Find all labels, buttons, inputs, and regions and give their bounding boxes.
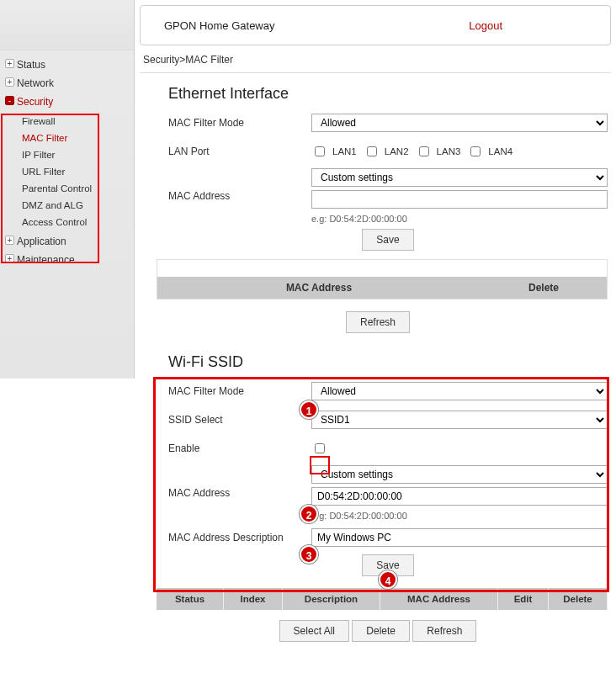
wifi-mode-label: MAC Filter Mode (168, 385, 311, 397)
eth-mac-table: MAC Address Delete (157, 259, 608, 299)
wifi-ssid-label: SSID Select (168, 414, 311, 426)
wifi-save-button[interactable]: Save (362, 554, 413, 576)
lan4-checkbox[interactable] (470, 146, 481, 156)
lan2-checkbox[interactable] (367, 146, 377, 156)
eth-mac-input[interactable] (311, 190, 608, 209)
wifi-ssid-select[interactable]: SSID1 (311, 411, 608, 429)
ethernet-section-title: Ethernet Interface (168, 85, 616, 103)
wifi-mode-select[interactable]: Allowed (311, 382, 608, 400)
sidebar-item-maintenance[interactable]: + Maintenance (3, 251, 134, 269)
wifi-desc-label: MAC Address Description (168, 532, 311, 543)
expand-icon: + (5, 77, 14, 87)
sidebar-item-url-filter[interactable]: URL Filter (12, 163, 134, 180)
sidebar-item-network[interactable]: + Network (3, 74, 134, 93)
sidebar-item-ip-filter[interactable]: IP Filter (12, 146, 134, 163)
wifi-refresh-button[interactable]: Refresh (412, 620, 476, 642)
eth-mode-label: MAC Filter Mode (168, 117, 311, 129)
eth-mac-hint: e.g: D0:54:2D:00:00:00 (311, 214, 608, 224)
wifi-form: MAC Filter Mode Allowed SSID Select SSID… (168, 379, 608, 576)
sidebar-logo-area (0, 0, 134, 50)
wifi-col-mac: MAC Address (380, 588, 498, 610)
sidebar: + Status + Network - Security Firewall M… (0, 0, 135, 379)
lan1-checkbox[interactable] (315, 146, 325, 156)
wifi-desc-input[interactable] (311, 528, 608, 547)
sidebar-item-firewall[interactable]: Firewall (12, 113, 134, 130)
sidebar-item-status[interactable]: + Status (3, 56, 134, 74)
wifi-mac-select[interactable]: Custom settings (311, 465, 608, 484)
wifi-section-title: Wi-Fi SSID (168, 353, 616, 371)
sidebar-item-parental-control[interactable]: Parental Control (12, 180, 134, 197)
expand-icon: + (5, 236, 14, 245)
eth-refresh-button[interactable]: Refresh (346, 311, 410, 333)
topbar: GPON Home Gateway Logout (140, 5, 611, 45)
wifi-enable-label: Enable (168, 442, 311, 454)
eth-mode-select[interactable]: Allowed (311, 114, 608, 132)
eth-col-delete: Delete (481, 277, 607, 299)
expand-icon: + (5, 254, 14, 263)
collapse-icon: - (5, 96, 14, 105)
lan-port-group: LAN1 LAN2 LAN3 LAN4 (311, 144, 608, 159)
wifi-mac-input[interactable] (311, 487, 608, 506)
eth-mac-select[interactable]: Custom settings (311, 168, 608, 187)
eth-lan-label: LAN Port (168, 146, 311, 157)
wifi-mac-hint: e.g: D0:54:2D:00:00:00 (311, 511, 608, 521)
sidebar-item-security[interactable]: - Security (3, 93, 134, 111)
wifi-delete-button[interactable]: Delete (352, 620, 410, 642)
expand-icon: + (5, 59, 14, 68)
sidebar-item-mac-filter[interactable]: MAC Filter (12, 130, 134, 146)
sidebar-item-access-control[interactable]: Access Control (12, 214, 134, 231)
security-submenu: Firewall MAC Filter IP Filter URL Filter… (12, 113, 134, 231)
wifi-select-all-button[interactable]: Select All (279, 620, 349, 642)
wifi-col-edit: Edit (498, 588, 549, 610)
eth-mac-label: MAC Address (168, 190, 311, 202)
ethernet-form: MAC Filter Mode Allowed LAN Port LAN1 LA… (168, 111, 608, 251)
wifi-col-index: Index (224, 588, 283, 610)
logout-link[interactable]: Logout (469, 19, 502, 32)
lan3-checkbox[interactable] (419, 146, 429, 156)
page-title: GPON Home Gateway (164, 19, 275, 32)
wifi-mac-table: Status Index Description MAC Address Edi… (157, 588, 608, 610)
wifi-col-desc: Description (283, 588, 380, 610)
sidebar-item-dmz-alg[interactable]: DMZ and ALG (12, 197, 134, 214)
main-content: GPON Home Gateway Logout Security>MAC Fi… (140, 0, 616, 650)
wifi-col-delete: Delete (549, 588, 608, 610)
wifi-mac-label: MAC Address (168, 487, 311, 499)
eth-save-button[interactable]: Save (362, 229, 413, 251)
wifi-enable-checkbox[interactable] (315, 443, 325, 453)
wifi-col-status: Status (157, 588, 224, 610)
eth-col-mac: MAC Address (157, 277, 481, 299)
breadcrumb: Security>MAC Filter (140, 45, 611, 73)
sidebar-item-application[interactable]: + Application (3, 232, 134, 251)
